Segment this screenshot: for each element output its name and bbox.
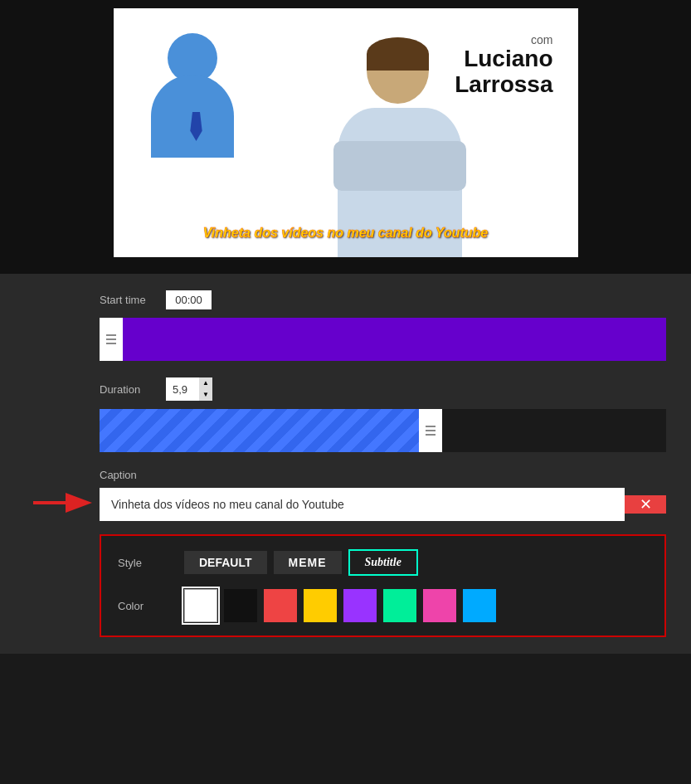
- timeline-drag-handle-left[interactable]: [100, 318, 123, 361]
- drag-lines-left: [106, 334, 116, 344]
- duration-spin-up[interactable]: ▲: [199, 377, 212, 389]
- color-swatch-green[interactable]: [383, 589, 416, 622]
- style-color-panel: Style DEFAULT MEME Subtitle Color: [100, 534, 666, 637]
- blue-striped-bar[interactable]: [100, 409, 419, 452]
- person-hair: [367, 37, 429, 71]
- brand-text-area: com LucianoLarrossa: [455, 33, 552, 98]
- purple-timeline-bar[interactable]: [123, 318, 666, 361]
- drag-line-r2: [426, 430, 436, 431]
- style-row: Style DEFAULT MEME Subtitle: [118, 549, 648, 576]
- timeline-dark-remainder: [442, 409, 666, 452]
- caption-row-wrap: ✕: [100, 488, 666, 521]
- start-time-input[interactable]: [166, 290, 212, 309]
- duration-spin-buttons: ▲ ▼: [199, 377, 212, 401]
- start-time-label: Start time: [100, 294, 166, 306]
- color-swatch-cyan[interactable]: [463, 589, 496, 622]
- blue-bar-container: [100, 409, 666, 452]
- brand-com: com: [455, 33, 552, 46]
- color-swatch-white[interactable]: [184, 589, 217, 622]
- caption-label: Caption: [100, 469, 666, 481]
- drag-line-r3: [426, 434, 436, 436]
- style-btn-subtitle[interactable]: Subtitle: [348, 549, 418, 576]
- drag-line-3: [106, 343, 116, 344]
- arrow-svg: [29, 491, 95, 514]
- color-swatch-red[interactable]: [264, 589, 297, 622]
- color-label: Color: [118, 600, 184, 612]
- caption-arrow: [29, 491, 95, 518]
- duration-input[interactable]: [166, 380, 199, 399]
- brand-name: LucianoLarrossa: [455, 46, 552, 98]
- preview-area: com LucianoLarrossa Vinheta dos vídeos n…: [0, 0, 691, 274]
- duration-spin-down[interactable]: ▼: [199, 389, 212, 401]
- duration-label: Duration: [100, 383, 166, 396]
- style-label: Style: [118, 557, 184, 569]
- timeline-drag-handle-right[interactable]: [419, 409, 442, 452]
- style-options: DEFAULT MEME Subtitle: [184, 549, 418, 576]
- video-subtitle-overlay: Vinheta dos vídeos no meu canal do Youtu…: [203, 226, 488, 241]
- person-arms: [333, 141, 466, 191]
- drag-line-2: [106, 338, 116, 340]
- duration-input-wrap: ▲ ▼: [166, 377, 212, 401]
- color-swatch-black[interactable]: [224, 589, 257, 622]
- timeline-bar-container: [100, 318, 666, 361]
- color-swatch-pink[interactable]: [423, 589, 456, 622]
- color-swatch-purple[interactable]: [343, 589, 377, 622]
- avatar-container: [147, 33, 238, 166]
- drag-line-r1: [426, 426, 436, 427]
- color-swatch-yellow[interactable]: [304, 589, 337, 622]
- caption-input[interactable]: [100, 488, 625, 521]
- video-preview: com LucianoLarrossa Vinheta dos vídeos n…: [114, 8, 578, 257]
- drag-line-1: [106, 334, 116, 336]
- drag-lines-right: [426, 426, 436, 436]
- controls-area: Start time Duration ▲ ▼: [0, 274, 691, 654]
- caption-clear-button[interactable]: ✕: [625, 495, 666, 514]
- caption-section: Caption ✕: [100, 469, 666, 521]
- color-row: Color: [118, 589, 648, 622]
- duration-row: Duration ▲ ▼: [100, 377, 666, 401]
- style-btn-default[interactable]: DEFAULT: [184, 551, 267, 574]
- color-swatches: [184, 589, 496, 622]
- start-time-row: Start time: [100, 290, 666, 309]
- style-btn-meme[interactable]: MEME: [274, 551, 342, 574]
